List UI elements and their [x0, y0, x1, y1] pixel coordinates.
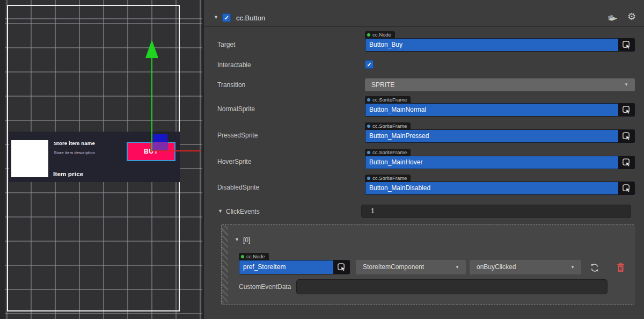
- header-divider: [204, 26, 644, 27]
- disabled-sprite-value[interactable]: Button_MainDisabled: [365, 182, 618, 194]
- spriteframe-type-dot-icon: [367, 151, 370, 154]
- event-0-handler-dropdown[interactable]: onBuyClicked ▼: [470, 260, 581, 274]
- node-picker-icon: [622, 105, 631, 114]
- custom-event-data-label: CustomEventData: [239, 283, 291, 291]
- hover-sprite-label: HoverSprite: [217, 158, 251, 165]
- click-events-label: ClickEvents: [226, 208, 260, 215]
- node-picker-icon: [622, 184, 631, 193]
- transition-value: SPRITE: [371, 81, 394, 89]
- event-0-refresh-button[interactable]: [588, 261, 602, 274]
- custom-event-data-input[interactable]: [296, 279, 608, 294]
- event-0-collapse-icon[interactable]: ▼: [235, 237, 239, 242]
- click-events-collapse-icon[interactable]: ▼: [218, 209, 223, 214]
- component-enabled-checkbox[interactable]: ✓: [222, 13, 231, 22]
- target-label: Target: [217, 41, 235, 48]
- disabled-sprite-label: DisabledSprite: [217, 184, 259, 191]
- event-0-node-value[interactable]: pref_StoreItem: [239, 260, 333, 274]
- hover-sprite-value[interactable]: Button_MainHover: [365, 156, 618, 169]
- store-item-name-label[interactable]: Store item name: [54, 140, 95, 146]
- spriteframe-type-dot-icon: [367, 98, 370, 102]
- spriteframe-type-dot-icon: [367, 125, 370, 128]
- normal-sprite-field[interactable]: Button_MainNormal: [365, 103, 635, 117]
- gizmo-y-axis-arrow-icon[interactable]: [145, 40, 158, 58]
- component-collapse-icon[interactable]: ▼: [214, 15, 218, 20]
- store-item-price-label[interactable]: Item price: [53, 171, 83, 177]
- node-picker-icon: [622, 158, 631, 167]
- target-picker-button[interactable]: [618, 39, 634, 51]
- normal-sprite-picker-button[interactable]: [618, 104, 634, 116]
- pressed-sprite-field[interactable]: Button_MainPressed: [365, 129, 635, 143]
- disabled-sprite-field[interactable]: Button_MainDisabled: [365, 182, 635, 195]
- chevron-down-icon: ▼: [624, 83, 628, 87]
- refresh-icon: [589, 263, 600, 273]
- hover-sprite-type-tag: cc.SoriteFrame: [365, 149, 411, 156]
- pressed-sprite-picker-button[interactable]: [618, 130, 634, 142]
- store-item-image[interactable]: [11, 140, 48, 177]
- target-node-value[interactable]: Button_Buy: [365, 39, 618, 51]
- scene-edge-strip: [0, 0, 5, 319]
- event-0-delete-button[interactable]: [614, 261, 626, 274]
- click-events-count-input[interactable]: 1: [361, 205, 631, 218]
- drag-hatch-strip[interactable]: [222, 226, 228, 303]
- pressed-sprite-value[interactable]: Button_MainPressed: [365, 130, 618, 142]
- node-picker-icon: [622, 132, 631, 141]
- node-picker-icon: [337, 263, 346, 272]
- event-0-node-type-tag: cc.Node: [239, 253, 269, 260]
- transition-label: Transition: [217, 81, 245, 89]
- event-0-node-field[interactable]: pref_StoreItem: [239, 260, 350, 274]
- help-book-icon[interactable]: [606, 13, 618, 23]
- component-title: cc.Button: [236, 14, 265, 22]
- interactable-label: Interactable: [217, 61, 251, 69]
- transition-dropdown[interactable]: SPRITE ▼: [365, 78, 635, 91]
- spriteframe-type-dot-icon: [367, 177, 370, 180]
- disabled-sprite-type-tag: cc.SoriteFrame: [365, 175, 411, 182]
- trash-icon: [616, 262, 625, 273]
- pressed-sprite-type-tag: cc.SoriteFrame: [365, 122, 411, 129]
- inspector-panel: ▼ ✓ cc.Button ⚙ Target cc.Node Button_Bu…: [204, 0, 644, 319]
- hover-sprite-field[interactable]: Button_MainHover: [365, 156, 635, 169]
- event-0-index-label: [0]: [243, 236, 250, 244]
- gizmo-y-axis-line[interactable]: [151, 57, 152, 151]
- normal-sprite-type-tag: cc.SoriteFrame: [365, 96, 411, 103]
- hover-sprite-picker-button[interactable]: [618, 156, 634, 169]
- disabled-sprite-picker-button[interactable]: [618, 182, 634, 194]
- target-node-field[interactable]: Button_Buy: [365, 38, 635, 52]
- chevron-down-icon: ▼: [455, 265, 459, 270]
- store-item-description-label[interactable]: Store item description: [54, 150, 95, 155]
- pressed-sprite-label: PressedSprite: [217, 132, 258, 139]
- interactable-checkbox[interactable]: ✓: [365, 60, 374, 69]
- gizmo-plane-handle-blue[interactable]: [153, 134, 167, 142]
- node-type-dot-icon: [241, 255, 244, 258]
- chevron-down-icon: ▼: [570, 265, 575, 270]
- event-0-component-dropdown[interactable]: StoreItemComponent ▼: [356, 260, 466, 274]
- normal-sprite-value[interactable]: Button_MainNormal: [365, 104, 618, 116]
- node-type-dot-icon: [367, 33, 370, 37]
- normal-sprite-label: NormalSprite: [217, 105, 255, 113]
- scene-view[interactable]: Store item name Store item description I…: [0, 0, 202, 319]
- gizmo-plane-handle-purple[interactable]: [152, 142, 168, 151]
- target-type-tag: cc.Node: [365, 31, 395, 38]
- editor-window: Store item name Store item description I…: [0, 0, 644, 319]
- settings-gear-icon[interactable]: ⚙: [627, 12, 636, 21]
- node-picker-icon: [622, 40, 631, 49]
- event-0-node-picker-button[interactable]: [333, 260, 349, 274]
- check-icon: ✓: [367, 61, 371, 68]
- gizmo-x-axis-line[interactable]: [152, 150, 201, 151]
- check-icon: ✓: [224, 15, 229, 21]
